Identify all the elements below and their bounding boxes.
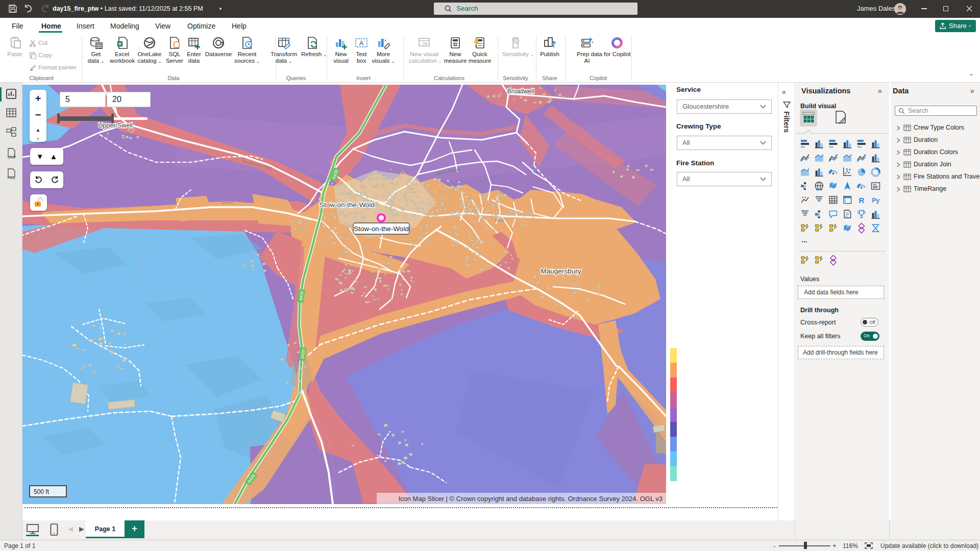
svg-text:500 ft: 500 ft	[34, 488, 50, 495]
svg-text:TMDL: TMDL	[7, 177, 16, 180]
svg-text:Stow-on-the-Wold: Stow-on-the-Wold	[320, 201, 375, 209]
svg-text:B4068: B4068	[222, 200, 234, 205]
svg-text:R: R	[859, 196, 864, 205]
svg-text:Icon Map Slicer | © Crown copy: Icon Map Slicer | © Crown copyright and …	[398, 495, 663, 503]
svg-text:Py: Py	[872, 197, 879, 204]
svg-text:Maugersbury: Maugersbury	[541, 267, 581, 275]
svg-text:Upper Swell: Upper Swell	[98, 122, 132, 129]
svg-text:A436: A436	[495, 218, 505, 223]
svg-text:DAX: DAX	[8, 156, 15, 159]
svg-text:Broadwell: Broadwell	[507, 88, 534, 95]
svg-text:A: A	[359, 39, 364, 47]
svg-text:Stow-on-the-Wold: Stow-on-the-Wold	[354, 225, 409, 233]
